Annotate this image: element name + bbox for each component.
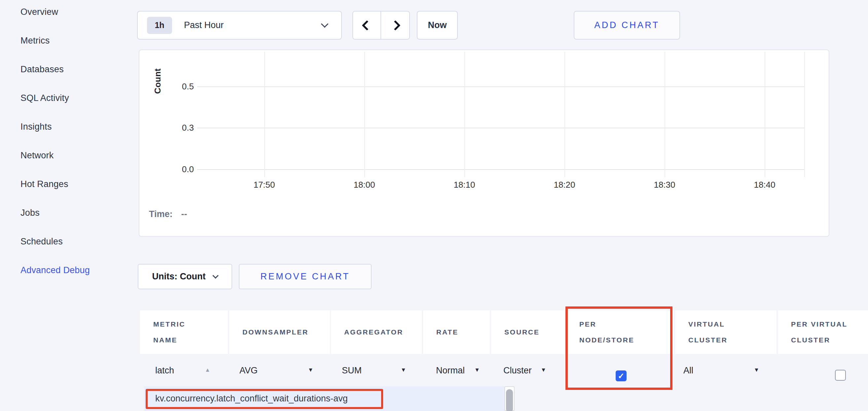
downsampler-select[interactable]: AVG <box>240 366 258 376</box>
column-header-per-node-store: PER NODE/STORE <box>566 310 674 354</box>
sidebar-item-overview[interactable]: Overview <box>21 7 120 17</box>
x-tick-label: 18:00 <box>344 180 384 190</box>
chevron-down-icon <box>213 272 219 278</box>
metric-name-collapse-icon[interactable] <box>205 367 210 373</box>
sidebar-item-schedules[interactable]: Schedules <box>21 236 120 247</box>
y-gridline <box>197 128 804 128</box>
x-gridline <box>264 52 265 177</box>
column-header-metric-name: METRIC NAME <box>140 310 228 354</box>
units-dropdown[interactable]: Units: Count <box>138 264 232 289</box>
add-chart-button[interactable]: ADD CHART <box>574 11 680 40</box>
rate-dropdown-icon[interactable] <box>474 367 480 373</box>
x-gridline <box>564 52 565 177</box>
x-tick-label: 18:30 <box>645 180 684 190</box>
metric-suggestion-panel: kv.concurrency.latch_conflict_wait_durat… <box>144 386 504 411</box>
downsampler-dropdown-icon[interactable] <box>308 367 313 373</box>
sidebar-item-network[interactable]: Network <box>21 150 120 161</box>
sidebar-nav: Overview Metrics Databases SQL Activity … <box>21 7 120 275</box>
column-header-source: SOURCE <box>491 310 565 354</box>
advanced-debug-custom-chart-page: Overview Metrics Databases SQL Activity … <box>0 0 868 411</box>
sidebar-item-insights[interactable]: Insights <box>21 122 120 132</box>
x-gridline <box>664 52 665 177</box>
x-gridline <box>765 52 765 177</box>
metric-suggestion-item[interactable]: kv.concurrency.latch_conflict_wait_durat… <box>155 386 348 411</box>
column-header-aggregator: AGGREGATOR <box>331 310 422 354</box>
x-tick-label: 18:40 <box>745 180 784 190</box>
y-gridline <box>197 169 804 170</box>
prev-time-button[interactable] <box>353 11 381 39</box>
metric-name-input[interactable]: latch <box>155 366 174 376</box>
x-gridline <box>464 52 465 177</box>
time-range-badge: 1h <box>147 17 172 34</box>
rate-select[interactable]: Normal <box>436 366 465 376</box>
hover-time-label: Time: <box>149 209 173 219</box>
per-node-store-checkbox[interactable] <box>616 370 626 381</box>
sidebar-item-metrics[interactable]: Metrics <box>21 35 120 46</box>
y-tick-label: 0.3 <box>159 123 194 133</box>
x-tick-label: 18:20 <box>545 180 584 190</box>
time-step-buttons <box>352 11 410 40</box>
custom-chart-card: Count 0.50.30.017:5018:0018:1018:2018:30… <box>139 49 829 237</box>
y-tick-label: 0.0 <box>159 164 194 174</box>
per-virtual-cluster-checkbox[interactable] <box>835 370 846 381</box>
chevron-right-icon <box>390 20 400 30</box>
column-header-per-virtual-cluster: PER VIRTUAL CLUSTER <box>778 310 868 354</box>
x-tick-label: 17:50 <box>244 180 284 190</box>
y-gridline <box>197 87 804 87</box>
next-time-button[interactable] <box>381 11 409 39</box>
suggestion-scrollbar-thumb[interactable] <box>506 389 513 411</box>
column-header-downsampler: DOWNSAMPLER <box>229 310 330 354</box>
now-button[interactable]: Now <box>417 11 458 40</box>
column-header-rate: RATE <box>423 310 490 354</box>
sidebar-item-databases[interactable]: Databases <box>21 64 120 74</box>
sidebar-item-sql-activity[interactable]: SQL Activity <box>21 93 120 103</box>
time-range-label: Past Hour <box>184 20 224 30</box>
sidebar-item-advanced-debug[interactable]: Advanced Debug <box>21 265 120 275</box>
source-dropdown-icon[interactable] <box>541 367 546 373</box>
remove-chart-button[interactable]: REMOVE CHART <box>239 264 372 289</box>
x-tick-label: 18:10 <box>444 180 484 190</box>
column-header-virtual-cluster: VIRTUAL CLUSTER <box>675 310 776 354</box>
x-gridline <box>364 52 365 177</box>
chevron-down-icon <box>321 20 329 28</box>
plot-right-border <box>804 52 805 177</box>
sidebar-item-jobs[interactable]: Jobs <box>21 207 120 218</box>
aggregator-dropdown-icon[interactable] <box>401 367 406 373</box>
hover-time-readout: Time:-- <box>149 209 187 219</box>
y-tick-label: 0.5 <box>159 81 194 92</box>
virtual-cluster-dropdown-icon[interactable] <box>754 367 760 373</box>
source-select[interactable]: Cluster <box>503 366 532 376</box>
units-dropdown-label: Units: Count <box>152 271 206 282</box>
time-range-selector[interactable]: 1h Past Hour <box>137 11 342 40</box>
sidebar-item-hot-ranges[interactable]: Hot Ranges <box>21 179 120 189</box>
chevron-left-icon <box>362 20 372 30</box>
hover-time-value: -- <box>181 209 187 219</box>
aggregator-select[interactable]: SUM <box>342 366 362 376</box>
virtual-cluster-select[interactable]: All <box>683 366 693 376</box>
